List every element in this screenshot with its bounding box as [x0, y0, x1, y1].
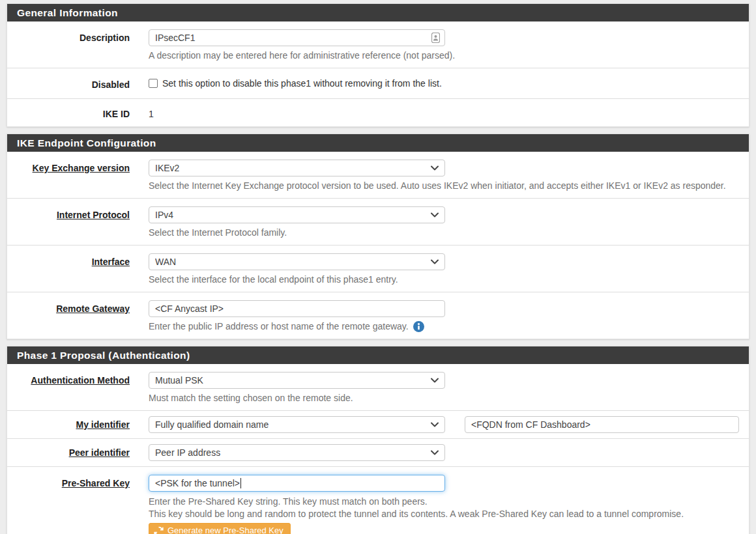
disabled-checkbox-label: Set this option to disable this phase1 w… — [162, 77, 442, 89]
description-label: Description — [17, 29, 130, 62]
remote-gateway-input[interactable] — [149, 300, 445, 317]
internet-protocol-help: Select the Internet Protocol family. — [149, 227, 739, 239]
peer-identifier-label: Peer identifier — [17, 444, 130, 461]
my-identifier-value-input[interactable] — [465, 416, 739, 433]
pre-shared-key-value: <PSK for the tunnel> — [155, 477, 240, 490]
interface-help: Select the interface for the local endpo… — [149, 274, 739, 286]
row-authentication-method: Authentication Method Mutual PSK Must ma… — [7, 364, 749, 410]
panel-body-general: Description A description may be entere — [7, 21, 749, 126]
generate-psk-button[interactable]: Generate new Pre-Shared Key — [149, 523, 291, 534]
interface-label: Interface — [17, 253, 130, 286]
panel-general-information: General Information Description — [7, 3, 749, 127]
row-pre-shared-key: Pre-Shared Key <PSK for the tunnel> Ente… — [7, 466, 749, 534]
row-ike-id: IKE ID 1 — [7, 98, 749, 126]
remote-gateway-label: Remote Gateway — [17, 300, 130, 333]
my-identifier-label: My identifier — [17, 416, 130, 433]
authentication-method-label: Authentication Method — [17, 372, 130, 404]
internet-protocol-select[interactable]: IPv4 — [149, 206, 445, 223]
ipsec-phase1-form: General Information Description — [7, 3, 749, 534]
row-peer-identifier: Peer identifier Peer IP address — [7, 438, 749, 466]
panel-ike-endpoint-configuration: IKE Endpoint Configuration Key Exchange … — [7, 134, 749, 339]
row-key-exchange-version: Key Exchange version IKEv2 Select the In… — [7, 152, 749, 198]
row-my-identifier: My identifier Fully qualified domain nam… — [7, 410, 749, 438]
pre-shared-key-help-2: This key should be long and random to pr… — [149, 508, 739, 520]
row-description: Description A description may be entere — [7, 21, 749, 68]
pre-shared-key-label: Pre-Shared Key — [17, 475, 130, 534]
description-help: A description may be entered here for ad… — [149, 49, 739, 62]
key-exchange-version-select[interactable]: IKEv2 — [149, 160, 445, 176]
remote-gateway-help-text: Enter the public IP address or host name… — [149, 321, 409, 331]
row-disabled: Disabled Set this option to disable this… — [7, 68, 749, 98]
internet-protocol-label: Internet Protocol — [17, 206, 130, 239]
panel-body-endpoint: Key Exchange version IKEv2 Select the In… — [7, 152, 749, 339]
row-remote-gateway: Remote Gateway Enter the public IP addre… — [7, 292, 749, 339]
autofill-icon — [431, 33, 440, 43]
section-title-ike-endpoint-configuration: IKE Endpoint Configuration — [7, 134, 749, 152]
key-exchange-version-help: Select the Internet Key Exchange protoco… — [149, 180, 739, 192]
row-interface: Interface WAN Select the interface for t… — [7, 245, 749, 292]
section-title-phase1-proposal: Phase 1 Proposal (Authentication) — [7, 346, 749, 364]
info-circle-icon[interactable] — [413, 321, 424, 332]
description-input[interactable] — [149, 29, 445, 46]
authentication-method-help: Must match the setting chosen on the rem… — [149, 392, 739, 404]
refresh-icon — [154, 526, 164, 534]
panel-body-proposal: Authentication Method Mutual PSK Must ma… — [7, 364, 749, 534]
generate-psk-button-label: Generate new Pre-Shared Key — [167, 526, 284, 534]
pre-shared-key-input[interactable]: <PSK for the tunnel> — [149, 475, 445, 492]
peer-identifier-select[interactable]: Peer IP address — [149, 444, 445, 461]
section-title-general-information: General Information — [7, 4, 749, 21]
authentication-method-select[interactable]: Mutual PSK — [149, 372, 445, 389]
panel-phase1-proposal-authentication: Phase 1 Proposal (Authentication) Authen… — [7, 346, 749, 534]
interface-select[interactable]: WAN — [149, 253, 445, 270]
ike-id-label: IKE ID — [17, 105, 130, 120]
key-exchange-version-label: Key Exchange version — [17, 160, 130, 192]
disabled-checkbox[interactable] — [149, 79, 158, 88]
disabled-label: Disabled — [17, 76, 130, 91]
my-identifier-select[interactable]: Fully qualified domain name — [149, 416, 445, 433]
row-internet-protocol: Internet Protocol IPv4 Select the Intern… — [7, 198, 749, 245]
pre-shared-key-help-1: Enter the Pre-Shared Key string. This ke… — [149, 496, 739, 508]
ike-id-value: 1 — [149, 105, 739, 120]
remote-gateway-help: Enter the public IP address or host name… — [149, 320, 739, 333]
text-caret — [240, 478, 241, 488]
